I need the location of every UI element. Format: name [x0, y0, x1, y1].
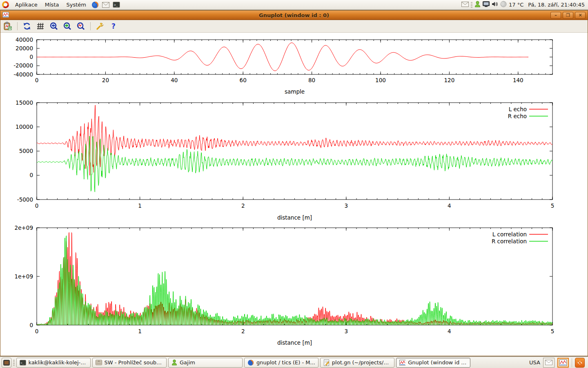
menu-places[interactable]: Místa [41, 0, 63, 9]
toggle-grid-button[interactable] [36, 21, 45, 31]
titlebar[interactable]: Gnuplot (window id : 0) – ❐ ✕ [0, 11, 588, 20]
keyboard-layout-indicator[interactable]: USA [529, 359, 540, 366]
ubuntu-menu-icon[interactable] [2, 1, 9, 8]
menu-system[interactable]: Systém [62, 0, 89, 9]
trash-icon[interactable] [575, 358, 585, 368]
mail-compose-icon[interactable] [102, 1, 110, 9]
minimize-button[interactable]: – [550, 12, 561, 19]
gajim-tray-icon[interactable] [474, 1, 481, 9]
zoom-next-button[interactable] [62, 21, 72, 31]
top-panel: Aplikace Místa Systém >_ 17 °C Pá, 18. z… [0, 0, 588, 10]
tasklist-drag-handle[interactable] [13, 360, 15, 366]
settings-wrench-button[interactable] [95, 21, 105, 31]
menu-applications[interactable]: Aplikace [11, 0, 41, 9]
close-button[interactable]: ✕ [575, 12, 586, 19]
plot-client-area [0, 33, 588, 356]
svg-text:>_: >_ [21, 361, 24, 365]
maximize-button[interactable]: ❐ [563, 12, 573, 19]
gnuplot-window: Gnuplot (window id : 0) – ❐ ✕ ? [0, 10, 588, 356]
taskbar-button-firefox[interactable]: gnuplot / tics (E) - M... [244, 358, 318, 368]
firefox-icon[interactable] [91, 1, 99, 9]
mail-tray-icon[interactable] [543, 358, 555, 368]
taskbar-button-gnuplot[interactable]: Gnuplot (window id : 0) [396, 358, 470, 368]
toolbar: ? [0, 20, 588, 33]
mail-tray-icon[interactable] [461, 2, 469, 8]
volume-tray-icon[interactable] [492, 1, 498, 8]
svg-text:>_: >_ [114, 3, 118, 7]
terminal-icon[interactable]: >_ [112, 1, 120, 9]
replot-button[interactable] [22, 21, 32, 31]
show-desktop-button[interactable] [2, 358, 11, 368]
zoom-region-button[interactable] [76, 21, 86, 31]
taskbar: >_ kaklik@kaklik-kolej-u... SW - Prohlíž… [0, 357, 588, 368]
window-title: Gnuplot (window id : 0) [0, 12, 588, 18]
help-button[interactable]: ? [109, 21, 118, 31]
weather-icon[interactable] [500, 1, 507, 9]
taskbar-button-file-manager[interactable]: SW - Prohlížeč souborů [92, 358, 167, 368]
monitor-tray-icon[interactable] [483, 1, 490, 9]
taskbar-button-gajim[interactable]: Gajim [168, 358, 243, 368]
clock[interactable]: Pá, 18. září, 21:40:45 [528, 2, 585, 8]
temperature-readout[interactable]: 17 °C [509, 2, 523, 8]
taskbar-button-terminal[interactable]: >_ kaklik@kaklik-kolej-u... [16, 358, 91, 368]
gnuplot-tray-icon[interactable] [557, 358, 569, 368]
taskbar-button-editor[interactable]: plot.gn (~/projects/p... [320, 358, 394, 368]
copy-to-clipboard-button[interactable] [3, 21, 13, 31]
tray-drag-handle[interactable] [471, 2, 472, 8]
zoom-previous-button[interactable] [49, 21, 59, 31]
